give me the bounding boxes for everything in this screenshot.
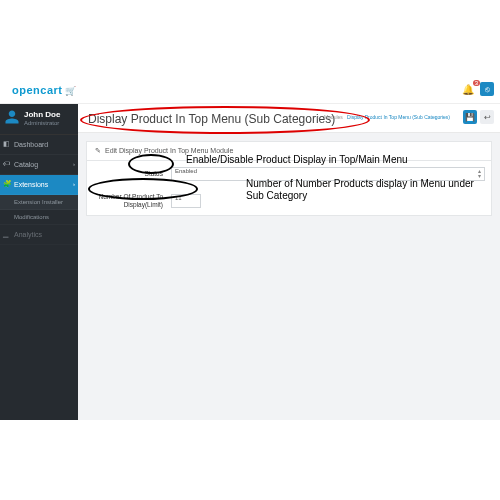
breadcrumb: ⌂ Modules Display Product In Top Menu (S… [317,114,450,120]
content-area: Display Product In Top Menu (Sub Categor… [78,104,500,420]
status-value: Enabled [175,168,197,174]
notification-icon[interactable]: 🔔3 [462,84,474,95]
sidebar-item-label: Dashboard [14,141,48,148]
breadcrumb-item[interactable]: Modules [324,114,343,120]
chevron-right-icon: › [73,161,75,167]
analytics-icon: ▁ [3,230,8,238]
page-header: Display Product In Top Menu (Sub Categor… [78,104,500,133]
pencil-icon: ✎ [95,147,101,154]
panel-title-text: Edit Display Product In Top Menu Module [105,147,233,154]
sidebar-item-analytics[interactable]: ▁Analytics [0,225,78,245]
user-icon [4,109,20,125]
annotation-text-status: Enable/Disable Product Display in Top/Ma… [186,154,466,166]
sidebar-item-label: Modifications [14,214,49,220]
sidebar-sub-extension-installer[interactable]: Extension Installer [0,195,78,210]
breadcrumb-item[interactable]: Display Product In Top Menu (Sub Categor… [347,114,450,120]
cart-icon: 🛒 [62,86,77,96]
sidebar-item-label: Analytics [14,231,42,238]
user-role: Administrator [24,120,73,126]
sidebar: John Doe Administrator ◧Dashboard 🏷Catal… [0,104,78,420]
dashboard-icon: ◧ [3,140,10,148]
sidebar-item-label: Extension Installer [14,199,63,205]
logo-text: opencart [12,84,62,96]
breadcrumb-home-icon[interactable]: ⌂ [317,114,320,120]
extensions-icon: 🧩 [3,180,12,188]
sidebar-item-extensions[interactable]: 🧩Extensions› [0,175,78,195]
sidebar-item-dashboard[interactable]: ◧Dashboard [0,135,78,155]
limit-label: Number Of Product To Display(Limit) [93,193,171,209]
user-block: John Doe Administrator [0,104,78,135]
logout-button[interactable]: ⎋ [480,82,494,96]
catalog-icon: 🏷 [3,160,10,167]
save-button[interactable]: 💾 [463,110,477,124]
annotation-text-limit: Number of Number Products display in Men… [246,178,486,201]
logo: opencart 🛒 [12,84,77,96]
chevron-right-icon: › [73,181,75,187]
topbar: opencart 🛒 🔔3 ⎋ [0,80,500,104]
status-label: Status [93,170,171,178]
cancel-button[interactable]: ↩ [480,110,494,124]
notification-badge: 3 [473,80,480,86]
user-name: John Doe [24,110,73,119]
limit-value: 11 [175,195,182,201]
sidebar-item-label: Extensions [14,181,48,188]
limit-input[interactable]: 11 [171,194,201,208]
sidebar-item-catalog[interactable]: 🏷Catalog› [0,155,78,175]
sidebar-item-label: Catalog [14,161,38,168]
sidebar-sub-modifications[interactable]: Modifications [0,210,78,225]
